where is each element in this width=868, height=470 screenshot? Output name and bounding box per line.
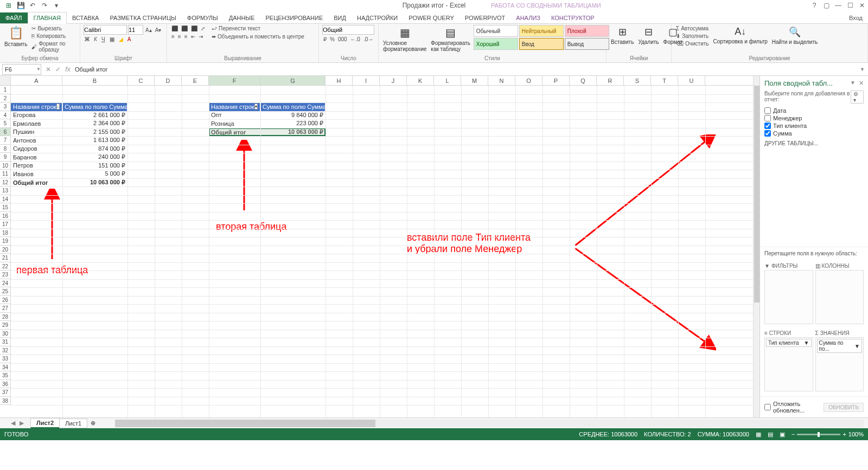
- pivot-row-label[interactable]: Опт: [209, 111, 260, 120]
- undo-icon[interactable]: ↶: [28, 1, 37, 10]
- font-size-select[interactable]: [128, 25, 143, 35]
- find-select-button[interactable]: 🔍Найти и выделить: [771, 25, 819, 46]
- row-header-19[interactable]: 19: [0, 237, 11, 246]
- tab-data[interactable]: ДАННЫЕ: [224, 12, 260, 23]
- area-values[interactable]: Σ ЗНАЧЕНИЯ Сумма по по...▼: [815, 329, 864, 394]
- row-header-38[interactable]: 38: [0, 397, 11, 405]
- pivot-row-label[interactable]: Антонов: [11, 136, 62, 145]
- col-header-K[interactable]: K: [407, 76, 434, 85]
- sheet-nav-next-icon[interactable]: ▶: [20, 420, 24, 427]
- field-Менеджер[interactable]: Менеджер: [764, 114, 864, 122]
- qat-customize-icon[interactable]: ▾: [52, 1, 61, 10]
- col-header-G[interactable]: G: [260, 76, 326, 85]
- clear-button[interactable]: ⌫ Очистить: [675, 40, 710, 47]
- pivot-header-rows[interactable]: Названия строк↓: [11, 102, 62, 111]
- column-headers[interactable]: ABCDEFGHIJKLMNOPQRSTU: [11, 76, 753, 86]
- filter-dropdown-icon[interactable]: ▾: [254, 104, 258, 110]
- delete-cells-button[interactable]: ⊟Удалить: [637, 25, 660, 46]
- area-rows[interactable]: ≡ СТРОКИ Тип клиента▼: [764, 329, 813, 394]
- pivot-row-label[interactable]: Розница: [209, 119, 260, 128]
- zoom-control[interactable]: − + 100%: [792, 431, 864, 437]
- other-tables-link[interactable]: ДРУГИЕ ТАБЛИЦЫ...: [760, 137, 868, 150]
- bold-icon[interactable]: Ж: [84, 36, 91, 43]
- view-pagebreak-icon[interactable]: ▣: [780, 431, 785, 438]
- row-header-33[interactable]: 33: [0, 355, 11, 363]
- row-header-21[interactable]: 21: [0, 254, 11, 262]
- view-layout-icon[interactable]: ▤: [768, 431, 773, 438]
- tab-review[interactable]: РЕЦЕНЗИРОВАНИЕ: [260, 12, 328, 23]
- number-format-select[interactable]: [322, 25, 374, 35]
- signin-link[interactable]: Вход: [844, 12, 868, 23]
- tab-insert[interactable]: ВСТАВКА: [67, 12, 104, 23]
- tab-view[interactable]: ВИД: [328, 12, 352, 23]
- field-Тип клиента[interactable]: Тип клиента: [764, 122, 864, 130]
- col-header-H[interactable]: H: [326, 76, 353, 85]
- cell-styles-gallery[interactable]: Обычный Нейтральный Плохой Хороший Ввод …: [474, 25, 609, 50]
- align-right-icon[interactable]: ≡: [183, 33, 189, 40]
- row-header-13[interactable]: 13: [0, 186, 11, 195]
- fill-button[interactable]: ⬇ Заполнить: [675, 33, 710, 40]
- pivot-row-label[interactable]: Ермолаев: [11, 119, 62, 128]
- font-name-select[interactable]: [84, 25, 127, 35]
- pivot-row-value[interactable]: 2 155 000 ₽: [62, 128, 127, 137]
- font-color-icon[interactable]: A: [126, 36, 132, 43]
- row-header-27[interactable]: 27: [0, 304, 11, 313]
- row-header-16[interactable]: 16: [0, 212, 11, 221]
- style-good[interactable]: Хороший: [474, 38, 518, 50]
- col-header-C[interactable]: C: [127, 76, 155, 85]
- row-header-8[interactable]: 8: [0, 145, 11, 153]
- border-icon[interactable]: ▦: [108, 36, 116, 43]
- row-header-29[interactable]: 29: [0, 321, 11, 330]
- wrap-text-button[interactable]: ⮐ Перенести текст: [210, 25, 305, 32]
- comma-icon[interactable]: 000: [337, 36, 348, 43]
- tab-design[interactable]: КОНСТРУКТОР: [546, 12, 600, 23]
- row-header-1[interactable]: 1: [0, 86, 11, 94]
- defer-update-checkbox[interactable]: Отложить обновлен...: [764, 400, 824, 414]
- col-header-E[interactable]: E: [182, 76, 209, 85]
- zoom-in-icon[interactable]: +: [843, 431, 846, 437]
- row-header-35[interactable]: 35: [0, 371, 11, 380]
- redo-icon[interactable]: ↷: [40, 1, 49, 10]
- expand-formula-icon[interactable]: ▼: [857, 67, 868, 72]
- col-header-S[interactable]: S: [624, 76, 651, 85]
- align-center-icon[interactable]: ≡: [177, 33, 182, 40]
- paste-button[interactable]: 📋 Вставить: [3, 25, 28, 48]
- tab-powerquery[interactable]: POWER QUERY: [403, 12, 459, 23]
- pivot-row-label[interactable]: Иванов: [11, 170, 62, 178]
- row-header-18[interactable]: 18: [0, 229, 11, 237]
- sheet-tab-1[interactable]: Лист1: [59, 419, 87, 428]
- view-normal-icon[interactable]: ▦: [756, 431, 761, 438]
- row-header-3[interactable]: 3: [0, 102, 11, 111]
- fill-color-icon[interactable]: ◢: [118, 36, 124, 43]
- pivot-row-label[interactable]: Петров: [11, 162, 62, 170]
- col-header-I[interactable]: I: [353, 76, 380, 85]
- row-header-26[interactable]: 26: [0, 296, 11, 305]
- cells-area[interactable]: Названия строк↓Сумма по полю СуммаЕгоров…: [11, 86, 753, 417]
- gear-icon[interactable]: ⚙ ▾: [851, 91, 864, 104]
- copy-button[interactable]: ⎘ Копировать: [30, 33, 76, 40]
- cancel-formula-icon[interactable]: ✕: [43, 66, 53, 73]
- merge-center-button[interactable]: ⬌ Объединить и поместить в центре: [210, 33, 305, 40]
- row-header-30[interactable]: 30: [0, 330, 11, 338]
- align-middle-icon[interactable]: ⬛: [180, 25, 189, 32]
- row-header-32[interactable]: 32: [0, 346, 11, 355]
- col-header-N[interactable]: N: [488, 76, 515, 85]
- row-header-7[interactable]: 7: [0, 136, 11, 145]
- row-header-4[interactable]: 4: [0, 111, 11, 120]
- row-field-item[interactable]: Тип клиента▼: [766, 339, 812, 347]
- zoom-level[interactable]: 100%: [848, 431, 864, 437]
- row-header-23[interactable]: 23: [0, 271, 11, 279]
- percent-icon[interactable]: %: [329, 36, 336, 43]
- pivot-row-label[interactable]: Сидоров: [11, 145, 62, 153]
- style-bad[interactable]: Плохой: [565, 25, 609, 37]
- currency-icon[interactable]: ₽: [322, 36, 328, 43]
- align-top-icon[interactable]: ⬛: [170, 25, 179, 32]
- formula-input[interactable]: Общий итог: [73, 66, 857, 73]
- zoom-out-icon[interactable]: −: [792, 431, 795, 437]
- sheet-nav-prev-icon[interactable]: ◀: [11, 420, 15, 427]
- field-Дата[interactable]: Дата: [764, 107, 864, 114]
- pivot-row-value[interactable]: 223 000 ₽: [260, 119, 326, 128]
- select-all-box[interactable]: [0, 76, 11, 86]
- row-header-11[interactable]: 11: [0, 170, 11, 178]
- col-header-O[interactable]: O: [515, 76, 542, 85]
